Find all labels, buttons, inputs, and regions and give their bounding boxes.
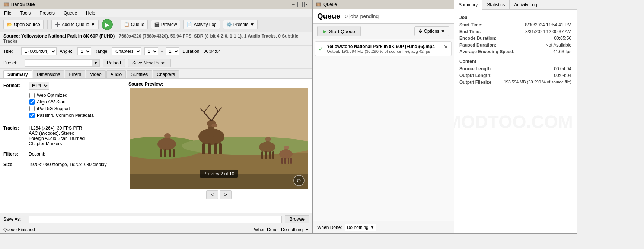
- queue-title-bar-left: 🎞️ Queue: [316, 2, 337, 7]
- end-time-value: 8/31/2024 12:00:37 AM: [525, 29, 571, 34]
- menu-help[interactable]: Help: [84, 10, 98, 16]
- title-row: Title: 1 (00:04:04) Angle: 1 Range: Chap…: [0, 46, 312, 57]
- close-button[interactable]: ×: [304, 2, 309, 7]
- svg-rect-39: [288, 158, 289, 164]
- angle-select[interactable]: 1: [77, 47, 91, 55]
- svg-rect-40: [290, 158, 292, 164]
- presets-button[interactable]: ⚙️ Presets ▼: [223, 20, 258, 29]
- web-optimized-checkbox[interactable]: [29, 93, 35, 98]
- range-end-select[interactable]: 1: [166, 47, 179, 55]
- queue-icon: 📋: [124, 22, 130, 27]
- queue-when-done-arrow: ▼: [370, 225, 374, 230]
- job-info: Yellowstone National Park In 8K 60P (Fuh…: [327, 44, 441, 54]
- queue-header: Queue 0 jobs pending: [313, 9, 454, 24]
- add-to-queue-label: Add to Queue: [62, 22, 89, 27]
- field-group: Tracks: H.264 (x264), 30 FPS PFR AAC (av…: [3, 125, 122, 167]
- encode-duration-value: 00:05:56: [554, 36, 571, 41]
- toolbar: 📂 Open Source ➕ Add to Queue ▼ ▶ 📋 Queue…: [0, 17, 312, 32]
- queue-when-done-label: When Done:: [317, 225, 342, 230]
- preset-row: Preset: Fast 1080p30 ▼ Reload Save New P…: [0, 57, 312, 69]
- open-source-label: Open Source: [14, 22, 40, 27]
- menu-tools[interactable]: Tools: [18, 10, 33, 16]
- source-length-row: Source Length: 00:04:04: [459, 66, 571, 71]
- title-select[interactable]: 1 (00:04:04): [21, 47, 57, 55]
- avg-speed-row: Average Encoding Speed: 41.63 fps: [459, 49, 571, 54]
- checkbox-align-av: Align A/V Start: [29, 99, 122, 105]
- output-length-value: 00:04:04: [554, 73, 571, 78]
- minimize-button[interactable]: ─: [291, 2, 296, 7]
- start-queue-play-icon: ▶: [323, 28, 327, 34]
- track-2: AAC (avcodec), Stereo: [29, 131, 85, 136]
- browse-button[interactable]: Browse: [285, 215, 309, 223]
- track-1: H.264 (x264), 30 FPS PFR: [29, 125, 85, 131]
- tracks-row: Tracks: H.264 (x264), 30 FPS PFR AAC (av…: [3, 125, 122, 146]
- preset-input[interactable]: Fast 1080p30: [25, 59, 92, 67]
- tab-video[interactable]: Video: [86, 70, 105, 78]
- tab-summary[interactable]: Summary: [3, 70, 32, 78]
- avg-speed-label: Average Encoding Speed:: [459, 49, 514, 54]
- source-length-value: 00:04:04: [554, 66, 571, 71]
- presets-icon: ⚙️: [226, 22, 232, 27]
- job-close-button[interactable]: ✕: [444, 44, 448, 50]
- preset-label: Preset:: [3, 60, 22, 66]
- options-label: Options: [424, 29, 439, 34]
- app-title: HandBrake: [11, 2, 35, 7]
- maximize-button[interactable]: □: [297, 2, 303, 7]
- start-encode-button[interactable]: ▶: [102, 19, 113, 30]
- range-start-select[interactable]: 1: [144, 47, 158, 55]
- stats-tab-statistics[interactable]: Statistics: [482, 0, 510, 9]
- avg-speed-value: 41.63 fps: [553, 49, 571, 54]
- queue-label: Queue: [131, 22, 144, 27]
- format-select[interactable]: MP4: [29, 82, 49, 90]
- queue-when-done-select[interactable]: Do nothing ▼: [345, 224, 376, 231]
- options-button[interactable]: ⚙ Options ▼: [414, 26, 449, 36]
- tab-filters[interactable]: Filters: [65, 70, 85, 78]
- activity-log-button[interactable]: 📄 Activity Log: [183, 20, 220, 29]
- options-arrow-icon: ▼: [441, 29, 445, 34]
- main-content: Format: MP4 Web Optimized Align A/V Star…: [0, 79, 312, 213]
- ipod-checkbox[interactable]: [29, 106, 35, 111]
- title-bar-left: 🎞️ HandBrake: [3, 2, 35, 7]
- align-av-checkbox[interactable]: [29, 99, 35, 105]
- reload-button[interactable]: Reload: [103, 59, 125, 67]
- queue-footer: When Done: Do nothing ▼: [313, 221, 454, 233]
- stats-tab-activity-log[interactable]: Activity Log: [510, 0, 542, 9]
- stats-tab-summary[interactable]: Summary: [454, 0, 482, 10]
- menu-presets[interactable]: Presets: [37, 10, 57, 16]
- menu-queue[interactable]: Queue: [61, 10, 79, 16]
- menu-file[interactable]: File: [2, 10, 13, 16]
- svg-rect-21: [165, 137, 169, 145]
- tab-subtitles[interactable]: Subtitles: [127, 70, 152, 78]
- queue-main-title: Queue: [317, 12, 340, 20]
- web-optimized-label: Web Optimized: [37, 93, 67, 98]
- tab-chapters[interactable]: Chapters: [153, 70, 179, 78]
- queue-when-done-value: Do nothing: [347, 225, 369, 230]
- start-queue-button[interactable]: ▶ Start Queue: [317, 26, 361, 36]
- preview-label: Preview: [161, 22, 177, 27]
- gear-icon: ⚙: [418, 29, 423, 34]
- passthru-label: Passthru Common Metadata: [37, 113, 94, 118]
- preview-prev-button[interactable]: <: [206, 190, 218, 199]
- job-filename: Yellowstone National Park In 8K 60P (Fuh…: [327, 44, 441, 49]
- menu-bar: File Tools Presets Queue Help: [0, 9, 312, 17]
- svg-rect-35: [284, 149, 288, 155]
- open-source-button[interactable]: 📂 Open Source: [3, 20, 44, 29]
- save-preset-button[interactable]: Save New Preset: [128, 59, 171, 67]
- title-bar: 🎞️ HandBrake ─ □ ×: [0, 0, 312, 9]
- tab-audio[interactable]: Audio: [106, 70, 126, 78]
- save-as-input[interactable]: C:\Users\VMODTECH\Videos\Yellowstone Nat…: [29, 216, 282, 223]
- queue-button[interactable]: 📋 Queue: [121, 20, 148, 29]
- queue-window-icon: 🎞️: [316, 2, 321, 7]
- preset-select-wrap: Fast 1080p30 ▼: [25, 59, 100, 67]
- preview-next-button[interactable]: >: [220, 190, 232, 199]
- range-type-select[interactable]: Chapters: [112, 47, 141, 55]
- passthru-checkbox[interactable]: [29, 113, 35, 118]
- svg-point-22: [164, 133, 171, 138]
- output-filesize-row: Output Filesize: 193.594 MB (30.290 % of…: [459, 80, 571, 85]
- preset-dropdown-button[interactable]: ▼: [92, 59, 100, 67]
- source-label: Source:: [3, 33, 20, 39]
- range-dash: -: [161, 49, 163, 54]
- tab-dimensions[interactable]: Dimensions: [33, 70, 64, 78]
- preview-button[interactable]: 🎬 Preview: [151, 20, 181, 29]
- add-to-queue-button[interactable]: ➕ Add to Queue ▼: [51, 20, 99, 29]
